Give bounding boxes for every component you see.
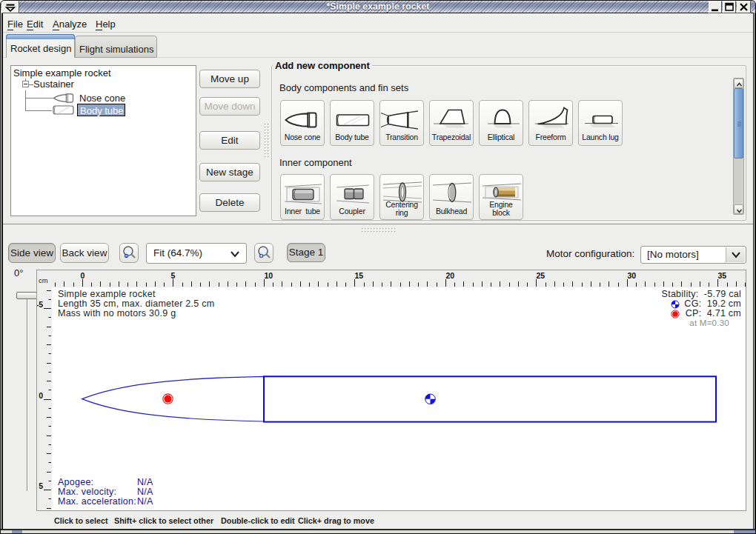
svg-text:0: 0: [81, 271, 85, 280]
svg-text:-5: -5: [37, 300, 43, 309]
svg-text:5: 5: [171, 271, 176, 280]
svg-text:20: 20: [446, 271, 455, 280]
svg-text:0: 0: [39, 391, 43, 400]
svg-text:25: 25: [537, 271, 546, 280]
svg-text:5: 5: [39, 481, 43, 490]
svg-text:15: 15: [355, 271, 364, 280]
svg-text:10: 10: [265, 271, 273, 280]
svg-text:35: 35: [718, 271, 727, 280]
svg-text:30: 30: [628, 271, 637, 280]
